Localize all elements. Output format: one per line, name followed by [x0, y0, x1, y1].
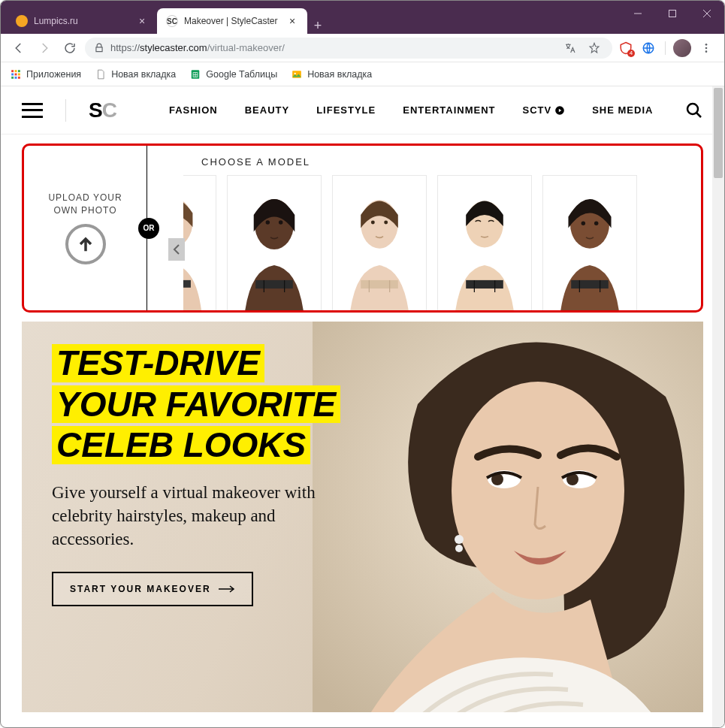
translate-icon[interactable] [561, 39, 579, 57]
svg-point-6 [705, 47, 708, 49]
svg-rect-1 [669, 11, 676, 17]
bookmark-label: Google Таблицы [206, 69, 277, 80]
upload-label: UPLOAD YOUR OWN PHOTO [48, 192, 122, 217]
tab-lumpics[interactable]: Lumpics.ru × [7, 8, 157, 34]
bookmark-sheets[interactable]: Google Таблицы [189, 68, 277, 80]
extension-globe-icon[interactable] [639, 39, 657, 57]
search-icon [685, 101, 703, 119]
svg-point-5 [705, 44, 708, 46]
url-field[interactable]: https://stylecaster.com/virtual-makeover… [85, 38, 612, 59]
extension-adblock-icon[interactable] [617, 39, 635, 57]
model-row [183, 175, 687, 310]
model-gallery: CHOOSE A MODEL [147, 146, 701, 310]
url-scheme: https:// [110, 42, 140, 53]
close-icon[interactable]: × [286, 15, 298, 27]
svg-point-7 [705, 50, 708, 53]
new-tab-button[interactable]: + [307, 18, 328, 34]
upload-button[interactable] [65, 224, 106, 264]
svg-rect-16 [18, 76, 20, 78]
bookmark-label: Новая вкладка [111, 69, 176, 80]
logo-part-2: C [102, 98, 116, 122]
hero-photo [313, 322, 703, 712]
model-card[interactable] [183, 175, 216, 310]
svg-rect-10 [18, 70, 20, 72]
site-logo[interactable]: SC [89, 98, 116, 122]
svg-rect-9 [15, 70, 17, 72]
nav-entertainment[interactable]: ENTERTAINMENT [403, 104, 495, 116]
minimize-button[interactable] [621, 1, 655, 26]
scrollbar-track[interactable] [712, 86, 724, 728]
hero-text: TEST-DRIVE YOUR FAVORITE CELEB LOOKS Giv… [52, 344, 340, 606]
nav-lifestyle[interactable]: LIFESTYLE [316, 104, 376, 116]
back-button[interactable] [8, 38, 29, 59]
favicon-stylecaster-icon: SC [166, 15, 178, 27]
doc-icon [95, 68, 107, 80]
svg-point-31 [266, 220, 270, 224]
bookmark-apps[interactable]: Приложения [10, 68, 81, 80]
bookmark-newtab-1[interactable]: Новая вкладка [95, 68, 176, 80]
model-card[interactable] [437, 175, 532, 310]
svg-rect-28 [183, 280, 191, 288]
nav-beauty[interactable]: BEAUTY [245, 104, 289, 116]
svg-rect-15 [15, 76, 17, 78]
svg-point-62 [455, 545, 463, 552]
forward-button[interactable] [34, 38, 55, 59]
url-text: https://stylecaster.com/virtual-makeover… [110, 42, 555, 53]
logo-part-1: S [89, 98, 102, 122]
svg-point-38 [371, 221, 375, 225]
lock-icon [94, 43, 104, 53]
apps-icon [10, 68, 22, 80]
model-card[interactable] [332, 175, 427, 310]
tab-label: Makeover | StyleCaster [184, 16, 280, 26]
tab-strip: Lumpics.ru × SC Makeover | StyleCaster ×… [1, 1, 621, 34]
image-icon [291, 68, 303, 80]
hero-title: TEST-DRIVE YOUR FAVORITE CELEB LOOKS [52, 344, 340, 467]
maximize-button[interactable] [655, 1, 690, 26]
gallery-prev-button[interactable] [168, 238, 185, 261]
nav-shemedia[interactable]: SHE MEDIA [592, 104, 653, 116]
close-button[interactable] [690, 1, 724, 26]
bookmark-label: Новая вкладка [307, 69, 372, 80]
start-makeover-button[interactable]: START YOUR MAKEOVER [52, 572, 253, 606]
svg-rect-13 [18, 73, 20, 75]
svg-point-61 [455, 535, 464, 544]
tab-stylecaster[interactable]: SC Makeover | StyleCaster × [157, 8, 307, 34]
bookmark-newtab-2[interactable]: Новая вкладка [291, 68, 372, 80]
url-host: stylecaster.com [140, 42, 207, 53]
search-button[interactable] [685, 101, 703, 119]
browser-window: Lumpics.ru × SC Makeover | StyleCaster ×… [0, 0, 725, 728]
svg-rect-45 [466, 280, 503, 288]
model-card[interactable] [542, 175, 637, 310]
profile-avatar[interactable] [673, 39, 691, 57]
model-picker-panel: UPLOAD YOUR OWN PHOTO OR CHOOSE A MODEL [22, 143, 703, 313]
reload-button[interactable] [59, 38, 80, 59]
nav-fashion[interactable]: FASHION [169, 104, 218, 116]
model-card[interactable] [227, 175, 322, 310]
svg-rect-12 [15, 73, 17, 75]
hero-banner: TEST-DRIVE YOUR FAVORITE CELEB LOOKS Giv… [22, 322, 703, 712]
scrollbar-thumb[interactable] [714, 88, 723, 178]
tab-label: Lumpics.ru [34, 16, 130, 26]
svg-rect-40 [361, 280, 398, 288]
cta-label: START YOUR MAKEOVER [70, 584, 211, 594]
bookmark-label: Приложения [26, 69, 81, 80]
hero-title-line: YOUR FAVORITE [52, 385, 340, 424]
address-bar: https://stylecaster.com/virtual-makeover… [1, 34, 724, 62]
close-icon[interactable]: × [136, 15, 148, 27]
svg-line-25 [696, 113, 701, 117]
titlebar: Lumpics.ru × SC Makeover | StyleCaster ×… [1, 1, 724, 34]
svg-rect-52 [571, 280, 609, 288]
svg-point-22 [295, 72, 296, 74]
menu-button[interactable] [696, 38, 717, 59]
site-header: SC FASHION BEAUTY LIFESTYLE ENTERTAINMEN… [1, 86, 724, 134]
window-controls [621, 1, 724, 34]
upload-photo-area: UPLOAD YOUR OWN PHOTO [24, 146, 147, 310]
favicon-lumpics-icon [16, 15, 28, 27]
nav-sctv[interactable]: SCTV [523, 104, 566, 116]
choose-model-title: CHOOSE A MODEL [201, 156, 687, 168]
svg-rect-14 [11, 76, 14, 78]
star-icon[interactable] [585, 39, 603, 57]
hamburger-menu[interactable] [22, 103, 43, 118]
svg-rect-33 [255, 280, 293, 288]
page-content: SC FASHION BEAUTY LIFESTYLE ENTERTAINMEN… [1, 86, 724, 728]
